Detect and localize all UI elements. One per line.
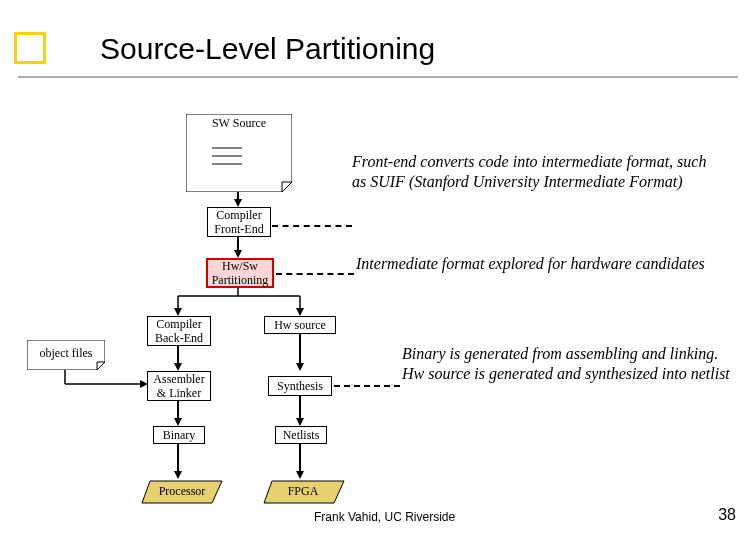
arrow: [299, 444, 301, 472]
arrow-head-icon: [296, 418, 304, 426]
fpga-label: FPGA: [278, 484, 328, 499]
compiler-front-end-box: Compiler Front-End: [207, 207, 271, 237]
arrow: [177, 401, 179, 419]
compiler-back-end-box: Compiler Back-End: [147, 316, 211, 346]
arrow-head-icon: [174, 363, 182, 371]
svg-marker-8: [296, 308, 304, 316]
hw-source-label: Hw source: [274, 318, 326, 332]
page-title: Source-Level Partitioning: [100, 32, 435, 66]
arrow-head-icon: [296, 471, 304, 479]
synthesis-label: Synthesis: [277, 379, 323, 393]
sw-source-label: SW Source: [186, 116, 292, 131]
arrow-head-icon: [174, 471, 182, 479]
arrow-head-icon: [234, 250, 242, 258]
page-number: 38: [718, 506, 736, 524]
hwsw-part-label: Hw/Sw Partitioning: [212, 259, 269, 288]
binary-label: Binary: [163, 428, 196, 442]
compiler-fe-label: Compiler Front-End: [212, 208, 266, 237]
split-connector: [150, 288, 350, 318]
arrow: [299, 396, 301, 419]
arrow: [299, 334, 301, 364]
processor-label: Processor: [152, 484, 212, 499]
annotation-intermediate: Intermediate format explored for hardwar…: [356, 254, 736, 274]
arrow-head-icon: [234, 199, 242, 207]
arrow-head-icon: [296, 363, 304, 371]
sw-source-doc: SW Source: [186, 114, 292, 192]
compiler-be-label: Compiler Back-End: [152, 317, 206, 346]
hwsw-partitioning-box: Hw/Sw Partitioning: [206, 258, 274, 288]
binary-box: Binary: [153, 426, 205, 444]
assembler-linker-box: Assembler & Linker: [147, 371, 211, 401]
arrow: [177, 444, 179, 472]
arrow-head-icon: [174, 418, 182, 426]
title-bullet-icon: [14, 32, 46, 64]
hw-source-box: Hw source: [264, 316, 336, 334]
netlists-box: Netlists: [275, 426, 327, 444]
footer-author: Frank Vahid, UC Riverside: [314, 510, 455, 524]
objfiles-arrow: [60, 370, 150, 390]
dashed-leader: [276, 273, 354, 275]
arrow: [237, 237, 239, 251]
dashed-leader: [272, 225, 352, 227]
arrow: [177, 346, 179, 364]
object-files-doc: object files: [27, 340, 105, 370]
annotation-binary: Binary is generated from assembling and …: [402, 344, 732, 384]
synthesis-box: Synthesis: [268, 376, 332, 396]
netlists-label: Netlists: [283, 428, 320, 442]
object-files-label: object files: [27, 346, 105, 361]
svg-marker-7: [174, 308, 182, 316]
annotation-frontend: Front-end converts code into intermediat…: [352, 152, 712, 192]
asm-link-label: Assembler & Linker: [152, 372, 206, 401]
dashed-leader: [334, 385, 400, 387]
